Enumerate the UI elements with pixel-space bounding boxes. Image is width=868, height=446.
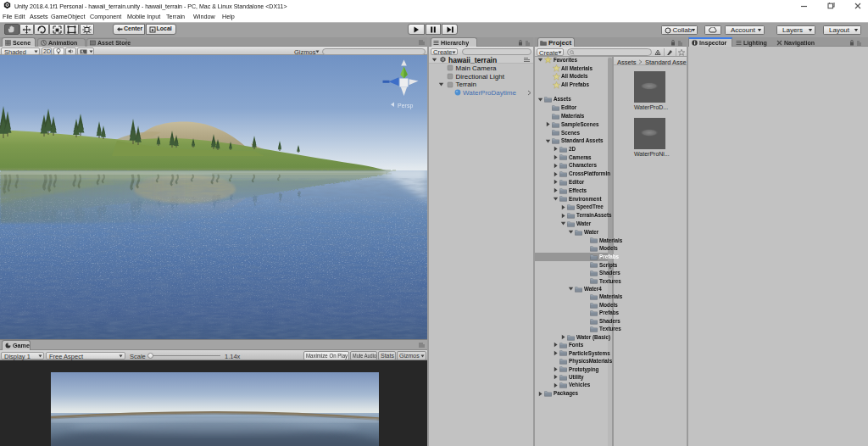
svg-text:Persp: Persp <box>398 103 413 109</box>
